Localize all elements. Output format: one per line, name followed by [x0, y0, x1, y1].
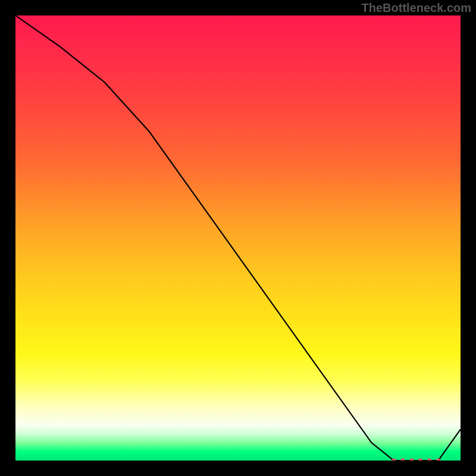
marker-dot [400, 459, 405, 461]
watermark-text: TheBottleneck.com [362, 1, 471, 15]
plot-area [15, 15, 461, 461]
marker-dot [409, 459, 414, 461]
line-curve-svg [15, 15, 461, 461]
marker-dot [427, 459, 431, 461]
bottleneck-curve [15, 15, 461, 461]
marker-dot [418, 459, 422, 461]
chart-frame [0, 0, 476, 476]
